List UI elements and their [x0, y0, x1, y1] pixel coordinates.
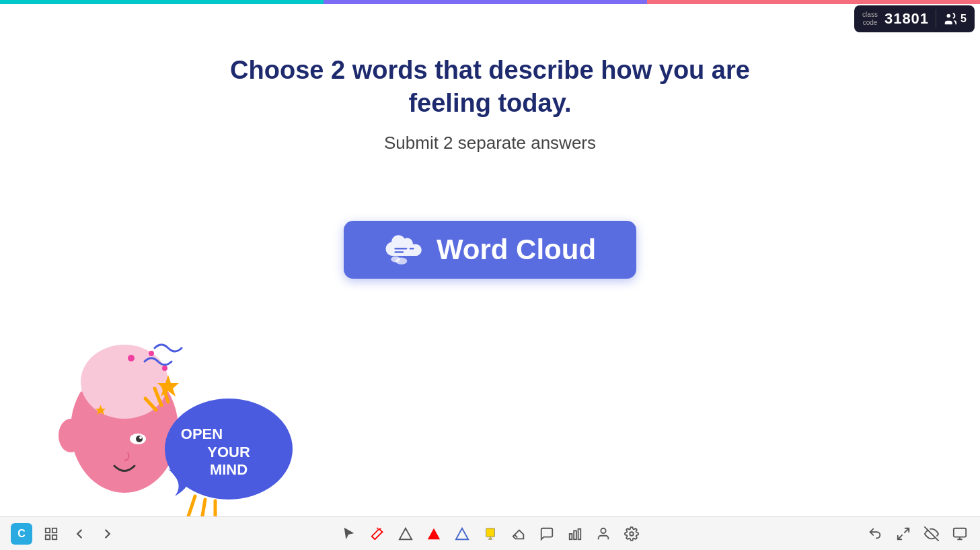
svg-rect-37: [578, 528, 580, 539]
svg-line-33: [380, 528, 381, 528]
grid-icon[interactable]: [42, 524, 61, 543]
toolbar-center: [340, 524, 641, 543]
badge-divider: [936, 9, 936, 28]
triangle-blue-icon[interactable]: [453, 524, 472, 543]
svg-rect-30: [52, 535, 56, 539]
progress-bar-purple: [324, 0, 647, 4]
bottom-toolbar: C: [0, 516, 980, 550]
undo-icon[interactable]: [866, 524, 884, 543]
svg-line-21: [188, 496, 195, 516]
person-icon[interactable]: [594, 524, 613, 543]
svg-point-19: [149, 351, 154, 356]
svg-text:OPEN: OPEN: [181, 425, 223, 442]
word-cloud-button[interactable]: Word Cloud: [344, 221, 636, 279]
headline: Choose 2 words that describe how you are…: [188, 54, 793, 121]
logo-letter: C: [17, 528, 26, 540]
svg-point-7: [59, 419, 83, 452]
bar-chart-icon[interactable]: [566, 524, 585, 543]
expand-icon[interactable]: [894, 524, 913, 543]
triangle-filled-icon[interactable]: [424, 524, 443, 543]
svg-rect-2: [394, 251, 404, 253]
svg-rect-1: [394, 248, 407, 250]
people-count-number: 5: [960, 13, 967, 25]
svg-point-0: [947, 14, 951, 18]
subtext: Submit 2 separate answers: [384, 133, 596, 153]
svg-rect-27: [46, 528, 50, 532]
triangle-outline-icon[interactable]: [396, 524, 415, 543]
svg-rect-34: [486, 528, 494, 537]
svg-rect-28: [52, 528, 56, 532]
open-mind-illustration: OPEN YOUR MIND: [13, 294, 303, 510]
back-button[interactable]: [70, 524, 89, 543]
svg-point-18: [128, 355, 135, 362]
magic-wand-icon[interactable]: [368, 524, 387, 543]
chat-icon[interactable]: [537, 524, 556, 543]
class-code-label: classcode: [862, 11, 878, 27]
forward-button[interactable]: [98, 524, 117, 543]
progress-bar-pink: [647, 0, 980, 4]
svg-point-20: [162, 366, 167, 371]
svg-text:MIND: MIND: [210, 461, 248, 478]
svg-text:YOUR: YOUR: [207, 444, 250, 460]
class-label-text: classcode: [862, 11, 878, 27]
svg-point-38: [601, 528, 605, 532]
illustration-svg: OPEN YOUR MIND: [13, 294, 303, 523]
svg-rect-3: [410, 248, 414, 250]
svg-rect-29: [46, 535, 50, 539]
eraser-icon[interactable]: [509, 524, 528, 543]
class-badge: classcode 31801 5: [854, 5, 975, 32]
svg-rect-41: [954, 528, 966, 537]
progress-bar: [0, 0, 980, 4]
svg-rect-35: [569, 534, 572, 539]
progress-bar-teal: [0, 0, 324, 4]
toolbar-left: C: [11, 523, 117, 545]
people-count: 5: [943, 11, 967, 26]
word-cloud-icon: [384, 233, 424, 267]
svg-point-11: [139, 436, 142, 439]
svg-point-39: [630, 532, 634, 536]
people-icon: [943, 11, 958, 26]
class-code-number: 31801: [884, 10, 929, 28]
screen-icon[interactable]: [950, 524, 969, 543]
svg-point-10: [136, 436, 143, 442]
visibility-icon[interactable]: [922, 524, 941, 543]
svg-point-5: [395, 257, 407, 264]
highlight-icon[interactable]: [481, 524, 500, 543]
toolbar-right: [866, 524, 969, 543]
word-cloud-label: Word Cloud: [437, 234, 596, 266]
pointer-icon[interactable]: [340, 524, 359, 543]
gear-icon[interactable]: [622, 524, 641, 543]
logo-button[interactable]: C: [11, 523, 32, 545]
svg-rect-36: [574, 530, 576, 539]
